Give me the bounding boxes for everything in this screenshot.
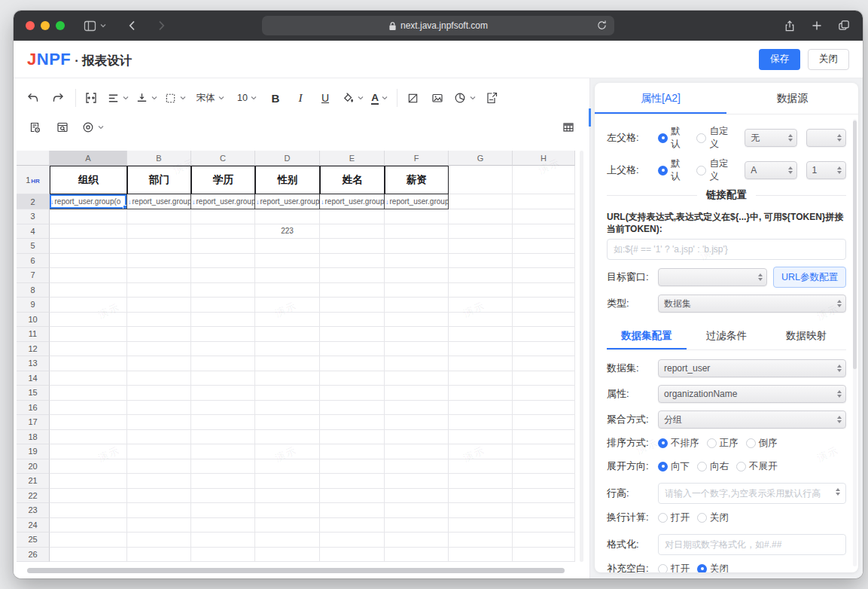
top-parent-row-select[interactable]: 1 xyxy=(806,161,846,179)
export-button[interactable] xyxy=(483,87,501,109)
grid-cell[interactable] xyxy=(513,503,575,518)
attribute-select[interactable]: organizationName xyxy=(658,385,846,403)
grid-cell[interactable] xyxy=(449,459,513,475)
grid-cell[interactable] xyxy=(513,166,575,194)
grid-cell[interactable] xyxy=(255,518,320,533)
grid-cell[interactable] xyxy=(320,313,385,328)
font-family-select[interactable]: 宋体 xyxy=(193,87,227,109)
grid-cell[interactable] xyxy=(320,268,385,283)
grid-cell[interactable] xyxy=(320,430,385,445)
grid-cell[interactable] xyxy=(50,386,127,401)
row-header[interactable]: 7 xyxy=(17,268,50,283)
row-header[interactable]: 26 xyxy=(17,548,50,563)
radio-left-parent-custom[interactable]: 自定义 xyxy=(696,125,737,151)
grid-cell[interactable] xyxy=(513,415,575,430)
grid-cell[interactable] xyxy=(513,356,575,371)
grid-cell[interactable] xyxy=(127,503,191,518)
grid-cell[interactable] xyxy=(191,283,255,298)
grid-cell[interactable] xyxy=(385,356,449,371)
grid-cell[interactable] xyxy=(513,401,575,416)
grid-cell[interactable] xyxy=(50,459,127,475)
grid-cell[interactable] xyxy=(127,518,191,533)
grid-cell[interactable] xyxy=(513,489,575,504)
underline-button[interactable]: U xyxy=(316,87,334,109)
redo-button[interactable] xyxy=(49,87,67,109)
radio-left-parent-default[interactable]: 默认 xyxy=(658,125,689,151)
grid-cell[interactable] xyxy=(449,166,513,194)
subtab-data-mapping[interactable]: 数据映射 xyxy=(766,323,846,349)
grid-cell[interactable] xyxy=(320,533,385,548)
grid-cell[interactable] xyxy=(191,459,255,475)
panel-resizer[interactable] xyxy=(589,108,591,127)
back-icon[interactable] xyxy=(126,19,139,32)
grid-cell[interactable] xyxy=(513,459,575,475)
grid-cell[interactable] xyxy=(191,415,255,430)
grid-cell[interactable] xyxy=(513,298,575,313)
grid-cell[interactable] xyxy=(255,342,320,357)
grid-cell[interactable] xyxy=(255,327,320,342)
grid-cell[interactable] xyxy=(385,313,449,328)
grid-cell[interactable] xyxy=(50,444,127,459)
grid-cell[interactable] xyxy=(449,430,513,445)
grid-cell[interactable] xyxy=(513,444,575,459)
grid-cell[interactable] xyxy=(50,401,127,416)
grid-cell[interactable] xyxy=(50,415,127,430)
column-header[interactable]: D xyxy=(255,151,320,166)
refresh-icon[interactable] xyxy=(596,20,608,31)
grid-settings-button[interactable] xyxy=(559,116,577,139)
grid-cell[interactable] xyxy=(449,298,513,313)
row-header[interactable]: 9 xyxy=(17,298,50,313)
grid-cell[interactable] xyxy=(385,474,449,489)
grid-cell[interactable] xyxy=(320,298,385,313)
grid-cell[interactable] xyxy=(385,371,449,386)
column-header[interactable]: C xyxy=(191,151,255,166)
grid-cell[interactable] xyxy=(320,209,385,224)
row-header[interactable]: 1HR xyxy=(17,166,50,194)
grid-cell[interactable] xyxy=(255,239,320,254)
grid-cell[interactable] xyxy=(320,254,385,269)
grid-cell[interactable] xyxy=(50,548,127,563)
horizontal-align-button[interactable] xyxy=(107,87,129,109)
grid-cell[interactable] xyxy=(385,386,449,401)
insert-image-button[interactable] xyxy=(428,87,446,109)
bold-button[interactable]: B xyxy=(266,87,285,109)
grid-cell[interactable] xyxy=(385,415,449,430)
grid-cell[interactable] xyxy=(385,489,449,504)
report-settings-button[interactable] xyxy=(26,116,44,139)
grid-cell[interactable] xyxy=(127,489,191,504)
grid-cell[interactable] xyxy=(127,459,191,475)
grid-cell[interactable] xyxy=(50,356,127,371)
grid-cell[interactable] xyxy=(255,254,320,269)
row-header[interactable]: 15 xyxy=(17,386,50,401)
vertical-scrollbar[interactable] xyxy=(580,151,583,562)
grid-cell[interactable]: ↓report_user.group xyxy=(255,194,320,209)
grid-cell[interactable] xyxy=(320,415,385,430)
grid-cell[interactable] xyxy=(50,239,127,254)
grid-cell[interactable] xyxy=(127,327,191,342)
radio-sort-desc[interactable]: 倒序 xyxy=(746,437,778,450)
new-tab-icon[interactable] xyxy=(811,20,823,32)
grid-cell[interactable] xyxy=(255,474,320,489)
grid-cell[interactable] xyxy=(191,224,255,240)
row-header[interactable]: 24 xyxy=(17,518,50,533)
radio-blank-on[interactable]: 打开 xyxy=(658,563,690,573)
top-parent-col-select[interactable]: A xyxy=(745,161,796,179)
grid-cell[interactable] xyxy=(255,401,320,416)
row-header[interactable]: 20 xyxy=(17,459,50,475)
grid-cell[interactable] xyxy=(191,401,255,416)
radio-top-parent-custom[interactable]: 自定义 xyxy=(696,157,737,183)
grid-cell[interactable] xyxy=(449,474,513,489)
row-header[interactable]: 18 xyxy=(17,430,50,445)
grid-cell[interactable] xyxy=(513,254,575,269)
save-button[interactable]: 保存 xyxy=(759,49,800,70)
grid-cell[interactable] xyxy=(191,209,255,224)
grid-cell[interactable] xyxy=(191,342,255,357)
row-header[interactable]: 21 xyxy=(17,474,50,489)
grid-cell[interactable] xyxy=(320,518,385,533)
grid-cell[interactable] xyxy=(50,209,127,224)
grid-cell[interactable] xyxy=(513,209,575,224)
grid-cell[interactable] xyxy=(449,386,513,401)
dataset-select[interactable]: report_user xyxy=(658,359,846,377)
grid-cell[interactable] xyxy=(449,268,513,283)
grid-cell[interactable] xyxy=(449,548,513,563)
